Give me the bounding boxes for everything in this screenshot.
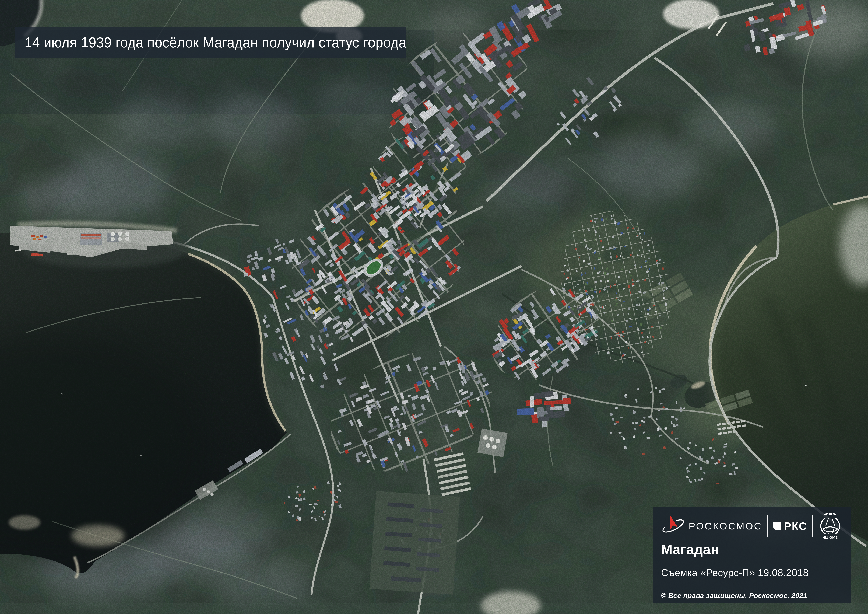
logo-divider — [767, 515, 767, 537]
nc-omz-label: НЦ ОМЗ — [822, 536, 838, 540]
roscosmos-wordmark: РОСКОСМОС — [689, 520, 762, 532]
info-panel: РОСКОСМОС РКС — [653, 507, 851, 603]
rks-wordmark: РКС — [784, 520, 807, 532]
city-title: Магадан — [661, 541, 843, 557]
rks-logo-icon — [772, 521, 782, 531]
caption-bar: 14 июля 1939 года посёлок Магадан получи… — [14, 27, 406, 58]
logo-row: РОСКОСМОС РКС — [661, 513, 843, 539]
logo-divider — [812, 515, 812, 537]
roscosmos-logo-icon — [661, 513, 685, 539]
rks-logo: РКС — [772, 520, 807, 532]
nc-omz-logo-icon: НЦ ОМЗ — [817, 512, 843, 540]
copyright-note: © Все права защищены, Роскосмос, 2021 — [661, 592, 843, 600]
caption-text: 14 июля 1939 года посёлок Магадан получи… — [25, 34, 406, 51]
imagery-caption: Съемка «Ресурс-П» 19.08.2018 — [661, 567, 843, 578]
screenshot-stage: 14 июля 1939 года посёлок Магадан получи… — [0, 0, 868, 614]
